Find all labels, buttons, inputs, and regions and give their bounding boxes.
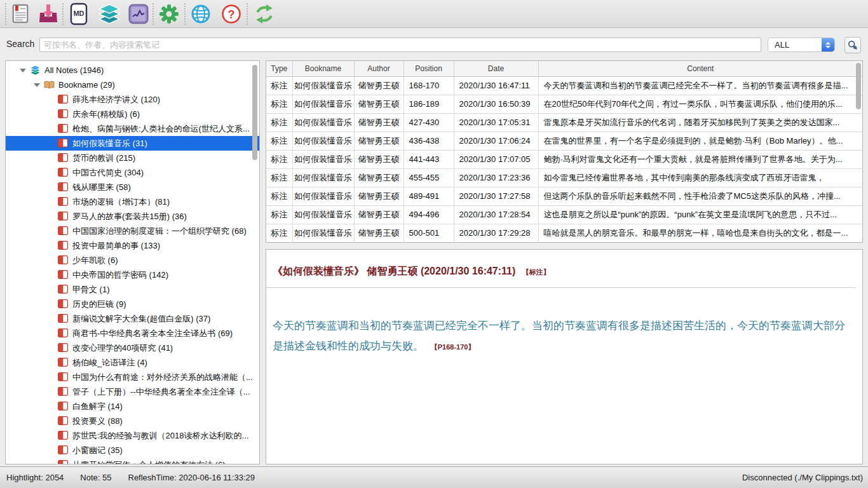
table-header-row: TypeBooknameAuthorPositionDateContent <box>266 61 862 76</box>
book-icon <box>58 314 69 323</box>
tree-item-label: 市场的逻辑（增订本）(81) <box>72 196 170 208</box>
tree-item-label: 白鱼解字 (14) <box>72 401 123 412</box>
note-cell: 168-170 <box>403 76 454 95</box>
markdown-export-button[interactable]: MD <box>64 0 94 28</box>
tree-book-item[interactable]: 新编说文解字大全集(超值白金版) (37) <box>6 311 259 326</box>
note-row[interactable]: 标注如何假装懂音乐储智勇王硕168-1702020/1/30 16:47:11今… <box>266 76 862 95</box>
tree-item-label: 罗马人的故事(套装共15册) (36) <box>72 211 187 222</box>
detail-type-tag: 【标注】 <box>522 268 550 276</box>
tree-item-label: 中国古代简史 (304) <box>72 167 144 179</box>
tree-group-item[interactable]: All Notes (1946) <box>6 63 259 78</box>
stats-chart-icon <box>128 4 149 24</box>
note-row[interactable]: 标注如何假装懂音乐储智勇王硕455-4552020/1/30 17:23:36如… <box>266 168 862 187</box>
note-row[interactable]: 标注如何假装懂音乐储智勇王硕427-4302020/1/30 17:05:31雷… <box>266 113 862 132</box>
tree-book-item[interactable]: 投资中最简单的事 (133) <box>6 238 259 253</box>
tree-book-item[interactable]: 白鱼解字 (14) <box>6 399 259 414</box>
tree-book-item[interactable]: 小窗幽记 (35) <box>6 443 259 458</box>
note-cell: 2020/1/30 17:05:31 <box>454 113 538 132</box>
tree-book-item[interactable]: 庆余年(精校版) (6) <box>6 107 259 121</box>
book-icon <box>58 182 69 192</box>
tree-book-item[interactable]: 少年凯歌 (6) <box>6 253 259 268</box>
note-cell: 2020/1/30 17:23:36 <box>454 168 538 187</box>
detail-title: 《如何假装懂音乐》 储智勇王硕 (2020/1/30 16:47:11) 【标注… <box>273 265 856 278</box>
filter-select[interactable]: ALL <box>768 37 835 52</box>
note-row[interactable]: 标注如何假装懂音乐储智勇王硕489-4912020/1/30 17:27:58但… <box>266 187 862 205</box>
tree-book-item[interactable]: 薛兆丰经济学讲义 (120) <box>6 92 259 107</box>
note-cell: 储智勇王硕 <box>354 95 403 113</box>
tree-book-item[interactable]: 钱从哪里来 (58) <box>6 180 259 194</box>
disclosure-triangle-icon[interactable] <box>20 69 26 72</box>
tree-item-label: 如何假装懂音乐 (31) <box>72 138 147 149</box>
note-row[interactable]: 标注如何假装懂音乐储智勇王硕500-5012020/1/30 17:29:28嘻… <box>266 224 862 242</box>
search-go-button[interactable] <box>844 37 861 53</box>
search-input[interactable] <box>39 37 761 52</box>
disclosure-triangle-icon[interactable] <box>34 83 40 87</box>
tree-book-item[interactable]: 投资要义 (88) <box>6 414 259 428</box>
tree-book-item[interactable]: 中国古代简史 (304) <box>6 165 259 180</box>
website-button[interactable] <box>186 0 216 28</box>
sidebar-scrollbar-thumb[interactable] <box>252 65 257 160</box>
note-row[interactable]: 标注如何假装懂音乐储智勇王硕441-4432020/1/30 17:07:05鲍… <box>266 150 862 168</box>
tree-book-item[interactable]: 甲骨文 (1) <box>6 282 259 297</box>
tree-book-item[interactable]: 市场的逻辑（增订本）(81) <box>6 194 259 209</box>
book-icon <box>58 358 69 367</box>
note-cell: 455-455 <box>403 168 454 187</box>
note-cell: 2020/1/30 17:06:24 <box>454 132 538 150</box>
note-row[interactable]: 标注如何假装懂音乐储智勇王硕436-4382020/1/30 17:06:24在… <box>266 132 862 150</box>
tree-book-item[interactable]: 杨伯峻_论语译注 (4) <box>6 355 259 370</box>
tree-item-label: All Notes (1946) <box>44 65 104 75</box>
book-icon <box>58 270 69 280</box>
books-icon <box>44 80 55 90</box>
tree-book-item[interactable]: 如何假装懂音乐 (31) <box>6 136 259 151</box>
import-icon <box>38 4 58 24</box>
book-icon <box>58 387 69 396</box>
tree-group-item[interactable]: Bookname (29) <box>6 78 259 92</box>
stats-button[interactable] <box>125 0 153 28</box>
layers-button[interactable] <box>94 0 125 28</box>
table-scrollbar-thumb[interactable] <box>856 63 861 109</box>
note-row[interactable]: 标注如何假装懂音乐储智勇王硕494-4962020/1/30 17:28:54这… <box>266 205 862 224</box>
status-connection: Disconnected (./My Clippings.txt) <box>742 473 868 482</box>
note-cell: 标注 <box>266 224 292 242</box>
column-header-type[interactable]: Type <box>266 61 292 76</box>
note-cell: 2020/1/30 16:50:39 <box>454 95 538 113</box>
notes-button[interactable] <box>6 0 34 28</box>
help-button[interactable]: ? <box>216 0 247 28</box>
note-cell: 441-443 <box>403 150 454 168</box>
tree-book-item[interactable]: 中央帝国的哲学密码 (142) <box>6 268 259 282</box>
note-cell: 标注 <box>266 168 292 187</box>
tree-book-item[interactable]: 从零开始学写作：个人增值的有效方法 (6) <box>6 458 259 464</box>
tree-book-item[interactable]: 管子（上下册）--中华经典名著全本全注全译（... <box>6 384 259 399</box>
import-button[interactable] <box>34 0 62 28</box>
tree-book-item[interactable]: 历史的巨镜 (9) <box>6 297 259 311</box>
tree-book-item[interactable]: 罗马人的故事(套装共15册) (36) <box>6 209 259 224</box>
tree-book-item[interactable]: 改变心理学的40项研究 (41) <box>6 341 259 355</box>
tree-item-label: 投资要义 (88) <box>72 416 123 427</box>
settings-button[interactable] <box>154 0 184 28</box>
select-stepper-icon <box>822 38 834 51</box>
tree-book-item[interactable]: 枪炮、病菌与钢铁:人类社会的命运(世纪人文系... <box>6 121 259 136</box>
tree-book-item[interactable]: 货币的教训 (215) <box>6 151 259 165</box>
column-header-position[interactable]: Position <box>403 61 454 76</box>
tree-book-item[interactable]: 中国为什么有前途：对外经济关系的战略潜能（... <box>6 370 259 384</box>
globe-icon <box>191 4 211 24</box>
refresh-button[interactable] <box>248 0 281 28</box>
column-header-date[interactable]: Date <box>454 61 538 76</box>
note-row[interactable]: 标注如何假装懂音乐储智勇王硕186-1892020/1/30 16:50:39在… <box>266 95 862 113</box>
detail-body: 今天的节奏蓝调和当初的节奏蓝调已经完全不一样了。当初的节奏蓝调有很多是描述困苦生… <box>273 316 853 357</box>
book-icon <box>58 153 69 163</box>
tree-book-item[interactable]: 苏世民:我的经验与教训（2018读桥水达利欧的... <box>6 428 259 443</box>
sidebar-book-tree: All Notes (1946)Bookname (29)薛兆丰经济学讲义 (1… <box>5 60 260 464</box>
note-cell: 储智勇王硕 <box>354 168 403 187</box>
column-header-author[interactable]: Author <box>354 61 403 76</box>
tree-book-item[interactable]: 中国国家治理的制度逻辑：一个组织学研究 (68) <box>6 224 259 238</box>
tree-book-item[interactable]: 商君书-中华经典名著全本全注全译丛书 (69) <box>6 326 259 341</box>
tree-item-label: 枪炮、病菌与钢铁:人类社会的命运(世纪人文系... <box>72 123 250 135</box>
note-cell: 储智勇王硕 <box>354 150 403 168</box>
notes-table: TypeBooknameAuthorPositionDateContent 标注… <box>266 61 862 243</box>
book-icon <box>58 197 69 207</box>
column-header-bookname[interactable]: Bookname <box>292 61 354 76</box>
note-cell: 标注 <box>266 187 292 205</box>
column-header-content[interactable]: Content <box>538 61 862 76</box>
book-icon <box>58 109 69 119</box>
